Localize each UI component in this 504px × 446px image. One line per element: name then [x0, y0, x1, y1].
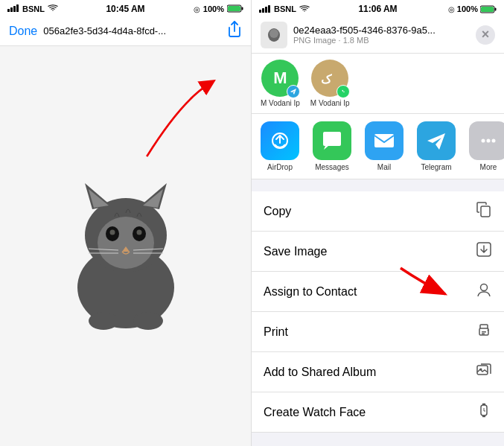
right-battery-text: 100% [457, 4, 478, 13]
svg-rect-27 [262, 8, 264, 13]
shared-album-action[interactable]: Add to Shared Album [252, 352, 504, 392]
recipient-avatar-1: M [261, 60, 299, 97]
share-recipients: M M Vodani Ip ک M Vodani Ip [252, 54, 504, 114]
svg-rect-28 [265, 7, 267, 13]
mail-app[interactable]: Mail [362, 121, 406, 171]
file-details: 0e24eaa3-f505-4346-8376-9a5... PNG Image… [293, 25, 476, 45]
right-panel: BSNL 11:06 AM ◎ 100% 0e24eaa3-f505-4346-… [252, 0, 504, 446]
svg-rect-6 [228, 6, 240, 11]
watch-face-label: Create Watch Face [264, 406, 366, 419]
left-share-button[interactable] [227, 21, 242, 41]
svg-rect-0 [7, 9, 10, 12]
watch-face-action[interactable]: Create Watch Face [252, 392, 504, 433]
left-carrier: BSNL [22, 4, 45, 13]
messages-icon [313, 121, 351, 160]
svg-rect-31 [495, 7, 497, 10]
svg-rect-3 [16, 4, 19, 12]
close-button[interactable]: × [476, 25, 495, 45]
left-panel: BSNL 10:45 AM ◎ 100% Done 056a2fe3-5d34-… [0, 0, 252, 446]
svg-rect-37 [374, 134, 394, 147]
left-carrier-time: BSNL [7, 4, 58, 13]
svg-point-47 [488, 330, 489, 331]
file-thumbnail [261, 22, 287, 48]
right-nav-bar: 0e24eaa3-f505-4346-8376-9a5... PNG Image… [252, 16, 504, 54]
svg-point-34 [269, 29, 278, 38]
album-icon [476, 362, 492, 382]
left-wifi-icon [48, 4, 58, 13]
left-status-bar: BSNL 10:45 AM ◎ 100% [0, 0, 251, 16]
file-name: 0e24eaa3-f505-4346-8376-9a5... [293, 25, 442, 36]
assign-contact-label: Assign to Contact [264, 285, 357, 299]
svg-rect-45 [482, 331, 486, 333]
right-carrier-signal: BSNL [259, 4, 310, 13]
cat-image [51, 161, 200, 332]
shared-album-label: Add to Shared Album [264, 366, 376, 379]
left-battery-icon [227, 4, 243, 14]
recipient-avatar-2: ک [311, 60, 348, 97]
recipient-label-2: M Vodani Ip [310, 99, 350, 107]
svg-point-40 [492, 139, 496, 143]
svg-rect-1 [10, 7, 13, 12]
share-apps-row: AirDrop Messages Mail Telegram More [252, 114, 504, 179]
airdrop-app[interactable]: AirDrop [258, 121, 302, 171]
telegram-badge [287, 85, 300, 98]
svg-rect-32 [481, 7, 494, 12]
copy-icon [476, 201, 492, 221]
recipient-label-1: M Vodani Ip [261, 99, 300, 107]
telegram-app[interactable]: Telegram [414, 121, 459, 171]
left-file-title: 056a2fe3-5d34-4d4a-8fcd-... [43, 25, 221, 36]
assign-contact-action[interactable]: Assign to Contact [252, 272, 504, 312]
svg-point-23 [89, 312, 118, 330]
action-list: Copy Save Image Assign to Contact Print [252, 185, 504, 446]
recipient-item[interactable]: M M Vodani Ip [261, 60, 300, 107]
telegram-icon [417, 121, 456, 160]
svg-rect-29 [268, 5, 270, 13]
right-time: 11:06 AM [358, 4, 397, 14]
messages-label: Messages [315, 163, 349, 171]
svg-point-39 [487, 139, 491, 143]
more-apps[interactable]: More [466, 121, 504, 171]
file-meta: PNG Image · 1.8 MB [293, 36, 476, 45]
left-signal-icon [7, 4, 19, 13]
telegram-label: Telegram [421, 163, 451, 171]
left-nav-bar: Done 056a2fe3-5d34-4d4a-8fcd-... [0, 16, 251, 46]
whatsapp-badge [336, 85, 350, 98]
save-image-label: Save Image [264, 245, 327, 258]
watch-icon [476, 402, 492, 422]
print-action[interactable]: Print [252, 312, 504, 352]
left-location-icon: ◎ [194, 5, 200, 13]
right-carrier: BSNL [274, 4, 296, 13]
right-battery-area: ◎ 100% [448, 4, 497, 13]
left-right-status: ◎ 100% [194, 4, 243, 14]
file-info: 0e24eaa3-f505-4346-8376-9a5... PNG Image… [261, 22, 476, 48]
more-label: More [480, 163, 497, 171]
svg-rect-46 [482, 334, 485, 335]
left-battery-text: 100% [203, 4, 224, 13]
svg-rect-2 [13, 6, 16, 12]
airdrop-icon [261, 121, 299, 160]
svg-point-24 [133, 312, 163, 330]
svg-rect-26 [259, 10, 261, 13]
left-time: 10:45 AM [106, 4, 144, 14]
contact-icon [476, 281, 492, 302]
done-button[interactable]: Done [9, 25, 37, 38]
copy-action[interactable]: Copy [252, 191, 504, 232]
svg-point-13 [98, 217, 154, 269]
print-icon [476, 322, 492, 342]
save-icon [476, 241, 492, 261]
svg-point-43 [481, 284, 488, 291]
recipient-item-2[interactable]: ک M Vodani Ip [310, 60, 350, 107]
right-location-icon: ◎ [448, 5, 455, 13]
svg-point-17 [136, 229, 141, 235]
svg-point-38 [482, 139, 485, 143]
right-status-bar: BSNL 11:06 AM ◎ 100% [252, 0, 504, 16]
left-image-area [0, 46, 251, 446]
copy-label: Copy [264, 205, 291, 218]
separator [252, 179, 504, 185]
mail-icon [365, 121, 403, 160]
svg-text:ک: ک [321, 73, 332, 86]
mail-label: Mail [377, 163, 391, 171]
messages-app[interactable]: Messages [310, 121, 354, 171]
save-image-action[interactable]: Save Image [252, 232, 504, 272]
svg-point-15 [109, 229, 115, 235]
